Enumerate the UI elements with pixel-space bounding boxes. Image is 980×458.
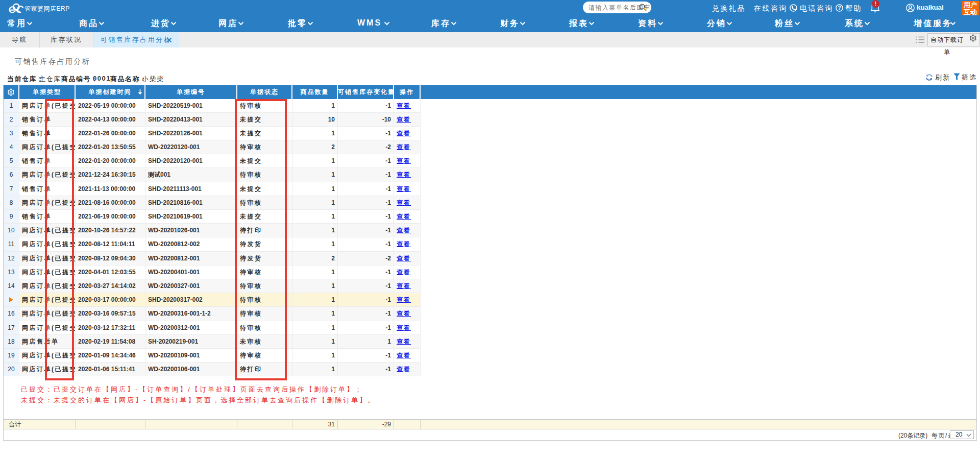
svg-text:?: ? [838,5,841,11]
